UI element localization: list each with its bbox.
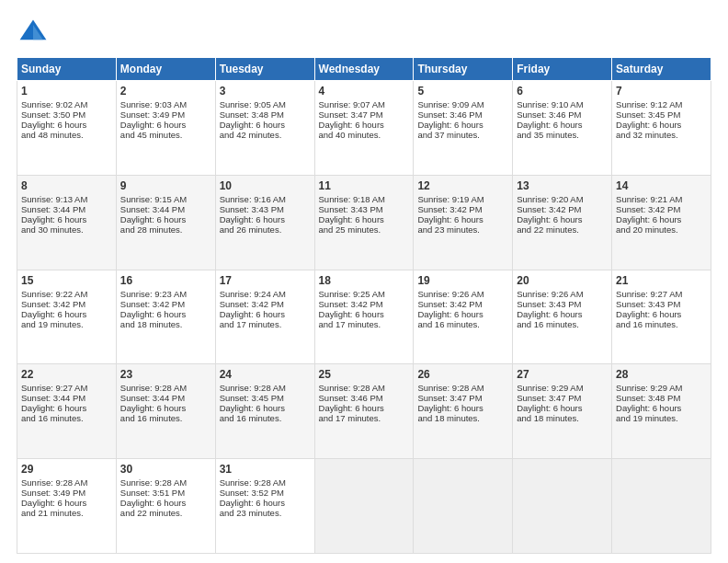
day-info-line: Sunrise: 9:29 AM — [517, 383, 608, 393]
day-info-line: Sunset: 3:50 PM — [21, 109, 112, 120]
calendar-week-3: 15Sunrise: 9:22 AMSunset: 3:42 PMDayligh… — [17, 270, 711, 364]
day-info-line: Daylight: 6 hours — [21, 120, 112, 130]
calendar-cell: 18Sunrise: 9:25 AMSunset: 3:42 PMDayligh… — [314, 270, 414, 364]
day-header-monday: Monday — [116, 58, 215, 81]
day-info-line: Daylight: 6 hours — [517, 309, 608, 319]
calendar-cell: 25Sunrise: 9:28 AMSunset: 3:46 PMDayligh… — [314, 364, 414, 459]
day-header-sunday: Sunday — [17, 58, 117, 81]
day-info-line: Sunset: 3:42 PM — [616, 204, 707, 214]
calendar-cell: 22Sunrise: 9:27 AMSunset: 3:44 PMDayligh… — [17, 364, 117, 459]
day-info-line: Sunrise: 9:07 AM — [319, 99, 410, 109]
day-info-line: Daylight: 6 hours — [120, 498, 211, 508]
day-info-line: Sunrise: 9:26 AM — [417, 289, 508, 299]
day-info-line: Daylight: 6 hours — [417, 214, 508, 224]
day-info-line: Sunset: 3:46 PM — [517, 109, 608, 120]
day-info-line: and 25 minutes. — [319, 224, 410, 235]
day-info-line: Daylight: 6 hours — [21, 309, 112, 319]
day-info-line: Sunset: 3:42 PM — [517, 204, 608, 214]
calendar-week-4: 22Sunrise: 9:27 AMSunset: 3:44 PMDayligh… — [17, 364, 711, 459]
day-info-line: and 19 minutes. — [21, 319, 112, 329]
day-info-line: Daylight: 6 hours — [517, 120, 608, 130]
day-number: 23 — [120, 368, 211, 381]
day-info-line: Daylight: 6 hours — [220, 498, 311, 508]
day-info-line: and 40 minutes. — [319, 130, 410, 140]
day-info-line: and 17 minutes. — [319, 319, 410, 329]
day-info-line: Sunrise: 9:26 AM — [517, 289, 608, 299]
calendar-cell: 10Sunrise: 9:16 AMSunset: 3:43 PMDayligh… — [215, 175, 314, 270]
day-number: 10 — [220, 179, 311, 192]
day-info-line: Daylight: 6 hours — [220, 403, 311, 413]
day-info-line: and 16 minutes. — [616, 319, 707, 329]
day-info-line: Sunrise: 9:29 AM — [616, 383, 707, 393]
day-info-line: Sunrise: 9:22 AM — [21, 289, 112, 299]
day-number: 16 — [120, 274, 211, 287]
day-info-line: Sunset: 3:42 PM — [220, 299, 311, 309]
day-info-line: Sunset: 3:42 PM — [417, 204, 508, 214]
day-number: 21 — [616, 274, 707, 287]
day-info-line: Daylight: 6 hours — [517, 403, 608, 413]
day-info-line: Sunrise: 9:28 AM — [319, 383, 410, 393]
calendar-cell: 19Sunrise: 9:26 AMSunset: 3:42 PMDayligh… — [414, 270, 513, 364]
day-info-line: Sunrise: 9:18 AM — [319, 194, 410, 204]
day-info-line: Daylight: 6 hours — [120, 403, 211, 413]
day-info-line: Daylight: 6 hours — [319, 309, 410, 319]
day-info-line: Sunrise: 9:28 AM — [21, 477, 112, 488]
day-info-line: and 16 minutes. — [417, 319, 508, 329]
day-info-line: Sunrise: 9:19 AM — [417, 194, 508, 204]
day-info-line: Daylight: 6 hours — [220, 309, 311, 319]
day-info-line: and 28 minutes. — [120, 224, 211, 235]
day-info-line: Sunset: 3:48 PM — [616, 393, 707, 403]
day-info-line: and 16 minutes. — [517, 319, 608, 329]
calendar-cell — [414, 459, 513, 554]
calendar-cell: 29Sunrise: 9:28 AMSunset: 3:49 PMDayligh… — [17, 459, 117, 554]
calendar-cell: 4Sunrise: 9:07 AMSunset: 3:47 PMDaylight… — [314, 81, 414, 176]
day-number: 11 — [319, 179, 410, 192]
day-number: 29 — [21, 463, 112, 476]
day-info-line: and 26 minutes. — [220, 224, 311, 235]
calendar-cell: 23Sunrise: 9:28 AMSunset: 3:44 PMDayligh… — [116, 364, 215, 459]
calendar-cell: 14Sunrise: 9:21 AMSunset: 3:42 PMDayligh… — [612, 175, 711, 270]
day-info-line: and 20 minutes. — [616, 224, 707, 235]
day-info-line: Sunrise: 9:20 AM — [517, 194, 608, 204]
day-info-line: Sunrise: 9:05 AM — [220, 99, 311, 109]
calendar-week-1: 1Sunrise: 9:02 AMSunset: 3:50 PMDaylight… — [17, 81, 711, 176]
day-number: 12 — [417, 179, 508, 192]
calendar-week-5: 29Sunrise: 9:28 AMSunset: 3:49 PMDayligh… — [17, 459, 711, 554]
day-info-line: Sunset: 3:43 PM — [517, 299, 608, 309]
day-number: 18 — [319, 274, 410, 287]
day-header-friday: Friday — [513, 58, 612, 81]
day-info-line: Sunrise: 9:28 AM — [417, 383, 508, 393]
calendar-cell — [513, 459, 612, 554]
day-info-line: and 21 minutes. — [21, 508, 112, 518]
day-number: 6 — [517, 85, 608, 98]
page: SundayMondayTuesdayWednesdayThursdayFrid… — [0, 0, 728, 563]
day-info-line: Sunrise: 9:28 AM — [120, 477, 211, 488]
day-info-line: and 48 minutes. — [21, 130, 112, 140]
day-number: 20 — [517, 274, 608, 287]
day-info-line: Sunset: 3:44 PM — [21, 393, 112, 403]
day-number: 8 — [21, 179, 112, 192]
calendar-cell: 15Sunrise: 9:22 AMSunset: 3:42 PMDayligh… — [17, 270, 117, 364]
calendar-cell: 3Sunrise: 9:05 AMSunset: 3:48 PMDaylight… — [215, 81, 314, 176]
day-info-line: Sunset: 3:44 PM — [21, 204, 112, 214]
day-header-tuesday: Tuesday — [215, 58, 314, 81]
calendar-cell: 9Sunrise: 9:15 AMSunset: 3:44 PMDaylight… — [116, 175, 215, 270]
day-info-line: and 22 minutes. — [517, 224, 608, 235]
day-info-line: Sunset: 3:52 PM — [220, 488, 311, 498]
day-info-line: Daylight: 6 hours — [220, 120, 311, 130]
day-info-line: Daylight: 6 hours — [21, 498, 112, 508]
day-info-line: Sunset: 3:45 PM — [616, 109, 707, 120]
day-number: 17 — [220, 274, 311, 287]
calendar-cell — [314, 459, 414, 554]
calendar-cell: 27Sunrise: 9:29 AMSunset: 3:47 PMDayligh… — [513, 364, 612, 459]
day-info-line: and 23 minutes. — [417, 224, 508, 235]
day-info-line: Sunrise: 9:02 AM — [21, 99, 112, 109]
calendar-body: 1Sunrise: 9:02 AMSunset: 3:50 PMDaylight… — [17, 81, 711, 554]
day-number: 30 — [120, 463, 211, 476]
header-row: SundayMondayTuesdayWednesdayThursdayFrid… — [17, 58, 711, 81]
header — [17, 17, 711, 50]
day-info-line: and 18 minutes. — [120, 319, 211, 329]
day-info-line: Sunset: 3:45 PM — [220, 393, 311, 403]
day-info-line: and 32 minutes. — [616, 130, 707, 140]
day-info-line: and 18 minutes. — [517, 413, 608, 423]
